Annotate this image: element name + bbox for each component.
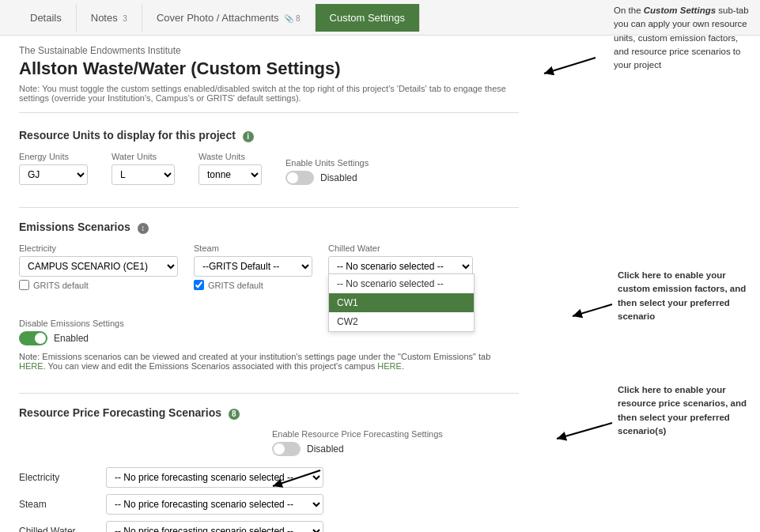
energy-units-label: Energy Units [19,152,88,161]
units-toggle-group: Enable Units Settings Disabled [285,158,369,185]
tab-custom-settings[interactable]: Custom Settings [316,4,420,32]
water-units-group: Water Units L gal m3 [112,152,175,185]
price-toggle-state: Disabled [307,443,344,455]
resource-units-section: Resource Units to display for this proje… [19,129,519,185]
units-toggle-label: Enable Units Settings [285,158,369,168]
waste-units-label: Waste Units [199,152,262,161]
electricity-select[interactable]: CAMPUS SCENARIO (CE1) --GRITS Default -- [19,256,178,277]
emissions-row: Electricity CAMPUS SCENARIO (CE1) --GRIT… [19,243,519,345]
page-title: Allston Waste/Water (Custom Settings) [19,58,519,79]
cover-photo-badge: 📎 8 [284,14,300,23]
svg-line-1 [573,304,612,316]
units-form-row: Energy Units GJ MJ kWh MMBtu Water Units… [19,152,519,185]
grits-default-electricity-label: GRITS default [33,281,89,290]
dropdown-item-cw1[interactable]: CW1 [329,293,474,312]
units-toggle[interactable] [285,171,314,185]
steam-label: Steam [194,243,312,253]
emissions-here-link-2[interactable]: HERE [377,361,402,371]
electricity-label: Electricity [19,243,178,253]
svg-line-2 [557,423,612,439]
svg-line-0 [544,58,596,74]
steam-col: Steam --GRITS Default -- GRITS default [194,243,312,290]
bottom-annotation: Click here to enable your resource price… [618,385,747,436]
emissions-here-link-1[interactable]: HERE [19,361,43,371]
electricity-col: Electricity CAMPUS SCENARIO (CE1) --GRIT… [19,243,178,290]
waste-units-group: Waste Units tonne kg lb [199,152,262,185]
price-toggle[interactable] [272,442,301,456]
grits-default-electricity-checkbox[interactable] [19,280,29,290]
price-chilled-water-label: Chilled Water [19,526,98,532]
emissions-toggle-label: Disable Emissions Settings [19,319,124,328]
tab-details[interactable]: Details [16,4,77,32]
emissions-title: Emissions Scenarios ↕ [19,221,519,234]
price-steam-select[interactable]: -- No price forecasting scenario selecte… [106,494,323,515]
resource-units-title: Resource Units to display for this proje… [19,129,519,142]
resource-units-info-icon[interactable]: i [243,131,254,142]
energy-units-select[interactable]: GJ MJ kWh MMBtu [19,164,88,185]
dropdown-item-cw2[interactable]: CW2 [329,312,474,331]
price-electricity-label: Electricity [19,472,98,483]
page-note: Note: You must toggle the custom setting… [19,84,519,113]
price-row-steam: Steam -- No price forecasting scenario s… [19,494,519,515]
water-units-label: Water Units [112,152,175,161]
emissions-toggle-state: Enabled [54,333,89,344]
tab-notes[interactable]: Notes 3 [77,4,142,32]
price-info-icon[interactable]: 8 [229,409,240,420]
chilled-water-col: Chilled Water -- No scenario selected --… [328,243,473,277]
units-toggle-state: Disabled [320,172,357,183]
middle-annotation: Click here to enable your custom emissio… [618,270,746,321]
emissions-toggle[interactable] [19,331,47,345]
energy-units-group: Energy Units GJ MJ kWh MMBtu [19,152,88,185]
chilled-water-dropdown: -- No scenario selected -- CW1 CW2 [328,274,475,332]
svg-line-3 [273,470,320,486]
divider-2 [19,393,519,394]
price-chilled-water-select[interactable]: -- No price forecasting scenario selecte… [106,521,323,532]
tab-cover-photo[interactable]: Cover Photo / Attachments 📎 8 [142,4,316,32]
notes-badge: 3 [123,14,127,23]
chilled-water-label: Chilled Water [328,243,473,253]
water-units-select[interactable]: L gal m3 [112,164,175,185]
dropdown-item-no-scenario[interactable]: -- No scenario selected -- [329,274,474,293]
divider-1 [19,207,519,208]
price-title: Resource Price Forecasting Scenarios 8 [19,406,519,420]
steam-select[interactable]: --GRITS Default -- [194,256,312,277]
waste-units-select[interactable]: tonne kg lb [199,164,262,185]
grits-default-steam-checkbox[interactable] [194,280,204,290]
emissions-note: Note: Emissions scenarios can be viewed … [19,352,519,371]
org-name: The Sustainable Endowments Institute [19,45,519,56]
price-toggle-group: Enable Resource Price Forecasting Settin… [272,429,443,456]
price-toggle-label: Enable Resource Price Forecasting Settin… [272,429,443,439]
price-steam-label: Steam [19,499,98,510]
emissions-section: Emissions Scenarios ↕ Electricity CAMPUS… [19,221,519,371]
top-annotation: On the Custom Settings sub-tab you can a… [614,6,749,70]
grits-default-steam-label: GRITS default [208,281,263,290]
price-row-chilled-water: Chilled Water -- No price forecasting sc… [19,521,519,532]
emissions-toggle-group: Disable Emissions Settings Enabled [19,319,124,345]
emissions-info-icon[interactable]: ↕ [138,223,149,234]
